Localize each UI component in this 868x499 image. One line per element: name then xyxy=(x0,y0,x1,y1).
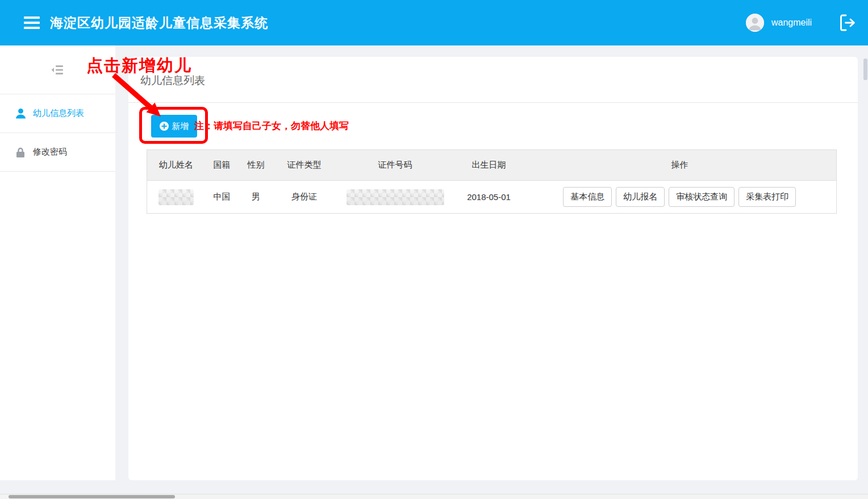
tutorial-arrow xyxy=(106,72,169,124)
vertical-scrollbar-thumb[interactable] xyxy=(863,59,867,80)
content-card: 幼儿信息列表 新增 注：请填写自己子女，勿替他人填写 幼儿姓名 国籍 性别 证件… xyxy=(128,57,858,480)
horizontal-scrollbar xyxy=(0,494,868,499)
horizontal-scrollbar-thumb[interactable] xyxy=(9,495,175,498)
review-status-button[interactable]: 审核状态查询 xyxy=(669,187,735,207)
cell-gender: 男 xyxy=(239,181,273,214)
child-enroll-button[interactable]: 幼儿报名 xyxy=(616,187,665,207)
logout-icon[interactable] xyxy=(839,14,856,32)
person-silhouette-icon xyxy=(746,14,764,32)
sidebar: 幼儿信息列表 修改密码 xyxy=(0,45,115,480)
child-user-icon xyxy=(14,107,27,120)
col-header-nationality: 国籍 xyxy=(205,150,239,181)
print-form-button[interactable]: 采集表打印 xyxy=(738,187,796,207)
col-header-cert-type: 证件类型 xyxy=(273,150,336,181)
row-actions: 基本信息 幼儿报名 审核状态查询 采集表打印 xyxy=(523,187,837,207)
username-label: wangmeili xyxy=(771,0,812,45)
cell-nationality: 中国 xyxy=(205,181,239,214)
vertical-scrollbar xyxy=(863,45,868,494)
basic-info-button[interactable]: 基本信息 xyxy=(563,187,612,207)
sidebar-item-label: 幼儿信息列表 xyxy=(33,108,84,119)
children-table: 幼儿姓名 国籍 性别 证件类型 证件号码 出生日期 操作 中国 男 身份证 20… xyxy=(147,149,837,214)
user-avatar[interactable] xyxy=(746,14,764,32)
title-divider xyxy=(128,102,858,103)
redacted-child-name xyxy=(158,189,194,205)
hamburger-menu-icon[interactable] xyxy=(24,16,40,29)
col-header-child-name: 幼儿姓名 xyxy=(147,150,205,181)
sidebar-item-label: 修改密码 xyxy=(33,147,67,157)
table-row: 中国 男 身份证 2018-05-01 基本信息 幼儿报名 审核状态查询 采集表… xyxy=(147,181,837,214)
app-header: 海淀区幼儿园适龄儿童信息采集系统 wangmeili xyxy=(0,0,868,45)
warning-note: 注：请填写自己子女，勿替他人填写 xyxy=(194,115,349,138)
add-button-label: 新增 xyxy=(172,121,189,132)
cell-birth-date: 2018-05-01 xyxy=(455,181,523,214)
collapse-menu-icon xyxy=(50,62,66,78)
col-header-actions: 操作 xyxy=(523,150,837,181)
col-header-birth-date: 出生日期 xyxy=(455,150,523,181)
redacted-cert-number xyxy=(347,189,444,205)
app-title: 海淀区幼儿园适龄儿童信息采集系统 xyxy=(50,0,268,45)
table-header-row: 幼儿姓名 国籍 性别 证件类型 证件号码 出生日期 操作 xyxy=(147,150,837,181)
children-table-container: 幼儿姓名 国籍 性别 证件类型 证件号码 出生日期 操作 中国 男 身份证 20… xyxy=(147,149,836,214)
sidebar-item-change-password[interactable]: 修改密码 xyxy=(0,133,115,172)
lock-icon xyxy=(14,146,27,159)
sidebar-item-child-info-list[interactable]: 幼儿信息列表 xyxy=(0,94,115,133)
col-header-cert-number: 证件号码 xyxy=(336,150,455,181)
col-header-gender: 性别 xyxy=(239,150,273,181)
cell-cert-type: 身份证 xyxy=(273,181,336,214)
